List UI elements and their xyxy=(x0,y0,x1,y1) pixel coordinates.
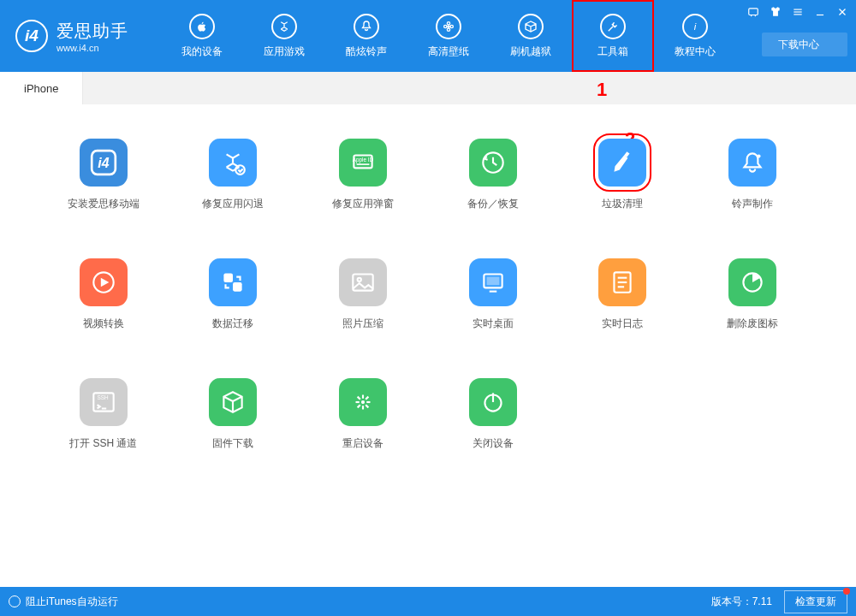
footer: 阻止iTunes自动运行 版本号：7.11 检查更新 xyxy=(0,587,856,616)
cube-icon xyxy=(209,378,257,426)
nav-label: 应用游戏 xyxy=(264,44,305,59)
footer-right: 版本号：7.11 检查更新 xyxy=(711,590,847,613)
svg-point-3 xyxy=(444,25,447,27)
tool-label: 安装爱思移动端 xyxy=(68,197,140,211)
toggle-off-icon xyxy=(9,595,21,607)
check-update-button[interactable]: 检查更新 xyxy=(784,590,847,613)
block-itunes-toggle[interactable]: 阻止iTunes自动运行 xyxy=(9,595,118,609)
appleid-icon: Apple ID xyxy=(339,139,387,187)
svg-text:Apple ID: Apple ID xyxy=(353,157,374,163)
tool-desktop[interactable]: 实时桌面 xyxy=(432,258,554,331)
tool-appfix[interactable]: 修复应用闪退 xyxy=(173,139,294,211)
svg-rect-22 xyxy=(224,273,234,282)
tab-bar: iPhone xyxy=(0,72,856,104)
tool-label: 删除废图标 xyxy=(727,317,778,331)
info-icon: i xyxy=(682,14,708,39)
nav-item-1[interactable]: 应用游戏 xyxy=(243,0,325,72)
tool-label: 数据迁移 xyxy=(212,317,253,331)
tool-grid: i4安装爱思移动端修复应用闪退Apple ID修复应用弹窗备份／恢复垃圾清理铃声… xyxy=(43,139,813,451)
ring-icon xyxy=(728,139,776,187)
tool-ssh[interactable]: SSH打开 SSH 通道 xyxy=(43,378,164,451)
ssh-icon: SSH xyxy=(80,378,128,426)
power-icon xyxy=(469,378,517,426)
tool-power[interactable]: 关闭设备 xyxy=(432,378,554,451)
svg-text:i: i xyxy=(694,21,697,31)
clean-icon xyxy=(598,139,646,187)
tool-cube[interactable]: 固件下载 xyxy=(173,378,294,451)
window-controls xyxy=(746,5,849,19)
tool-label: 关闭设备 xyxy=(473,436,514,451)
tool-log[interactable]: 实时日志 xyxy=(562,258,684,331)
nav-label: 教程中心 xyxy=(675,44,716,59)
appfix-icon xyxy=(209,139,257,187)
svg-text:i4: i4 xyxy=(98,156,109,170)
nav-item-2[interactable]: 酷炫铃声 xyxy=(325,0,407,72)
tool-appleid[interactable]: Apple ID修复应用弹窗 xyxy=(302,139,424,211)
svg-point-0 xyxy=(447,25,450,28)
nav-item-3[interactable]: 高清壁纸 xyxy=(407,0,490,72)
flower-icon xyxy=(436,14,461,39)
logo-icon: i4 xyxy=(15,20,48,52)
tool-ring[interactable]: 铃声制作 xyxy=(692,139,813,211)
brand-name: 爱思助手 xyxy=(56,20,128,43)
photo-icon xyxy=(339,258,387,306)
skin-icon[interactable] xyxy=(769,5,782,19)
nav-item-5[interactable]: 工具箱 xyxy=(572,0,654,72)
desktop-icon xyxy=(469,258,517,306)
svg-rect-27 xyxy=(486,277,499,286)
check-update-label: 检查更新 xyxy=(795,595,836,607)
svg-rect-6 xyxy=(749,9,758,15)
svg-point-1 xyxy=(447,21,449,24)
box-icon xyxy=(518,14,544,39)
svg-line-43 xyxy=(366,397,368,400)
svg-text:SSH: SSH xyxy=(97,394,108,400)
tool-label: 修复应用弹窗 xyxy=(332,197,394,211)
tab-iphone[interactable]: iPhone xyxy=(0,72,83,104)
tool-label: 垃圾清理 xyxy=(602,197,643,211)
tool-migrate[interactable]: 数据迁移 xyxy=(173,258,294,331)
nav-label: 工具箱 xyxy=(597,44,628,59)
version-text: 版本号：7.11 xyxy=(711,595,772,609)
feedback-icon[interactable] xyxy=(746,5,760,19)
pie-icon xyxy=(728,258,776,306)
content-area: i4安装爱思移动端修复应用闪退Apple ID修复应用弹窗备份／恢复垃圾清理铃声… xyxy=(0,104,856,451)
nav-label: 我的设备 xyxy=(181,44,223,59)
log-icon xyxy=(598,258,646,306)
annotation-1: 1 xyxy=(597,79,607,101)
nav-item-0[interactable]: 我的设备 xyxy=(161,0,243,72)
tool-photo[interactable]: 照片压缩 xyxy=(302,258,424,331)
tool-label: 照片压缩 xyxy=(342,317,383,331)
tool-label: 重启设备 xyxy=(342,436,383,451)
close-icon[interactable] xyxy=(835,5,849,19)
tool-label: 备份／恢复 xyxy=(467,197,519,211)
tool-pie[interactable]: 删除废图标 xyxy=(692,258,813,331)
nav-label: 高清壁纸 xyxy=(428,44,469,59)
bell-icon xyxy=(354,14,379,39)
nav-item-6[interactable]: i教程中心 xyxy=(654,0,736,72)
tool-label: 打开 SSH 通道 xyxy=(69,436,137,451)
svg-point-25 xyxy=(358,278,361,281)
brand-text: 爱思助手 www.i4.cn xyxy=(56,20,128,53)
nav-label: 酷炫铃声 xyxy=(346,44,387,59)
tool-clean[interactable]: 垃圾清理 xyxy=(562,139,684,211)
tool-backup[interactable]: 备份／恢复 xyxy=(432,139,554,211)
block-itunes-label: 阻止iTunes自动运行 xyxy=(26,595,118,609)
download-icon xyxy=(823,40,831,49)
tool-label: 修复应用闪退 xyxy=(202,197,264,211)
svg-point-15 xyxy=(236,165,246,175)
svg-point-2 xyxy=(447,28,449,31)
brand-url: www.i4.cn xyxy=(56,43,128,53)
tool-restart[interactable]: 重启设备 xyxy=(302,378,424,451)
tool-label: 铃声制作 xyxy=(732,197,773,211)
minimize-icon[interactable] xyxy=(813,5,827,19)
menu-icon[interactable] xyxy=(791,5,805,19)
download-center-label: 下载中心 xyxy=(778,38,819,52)
download-center-button[interactable]: 下载中心 xyxy=(762,33,847,56)
tool-label: 实时日志 xyxy=(602,317,643,331)
svg-point-4 xyxy=(450,25,453,27)
svg-line-44 xyxy=(358,405,360,407)
svg-rect-24 xyxy=(353,274,372,290)
tool-video[interactable]: 视频转换 xyxy=(43,258,164,331)
nav-item-4[interactable]: 刷机越狱 xyxy=(490,0,572,72)
tool-i4[interactable]: i4安装爱思移动端 xyxy=(43,139,164,211)
